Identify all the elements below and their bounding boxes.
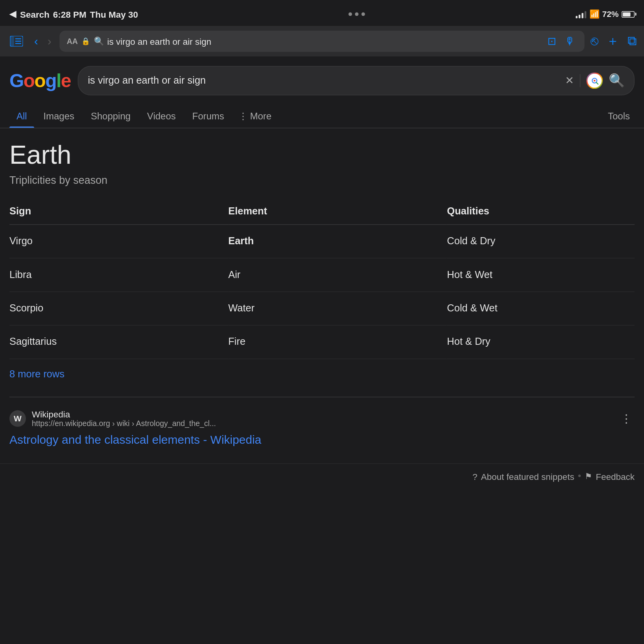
cell-sign-scorpio: Scorpio [9,292,228,325]
google-logo: Google [9,70,71,91]
text-size-button[interactable]: AA [67,37,78,46]
more-label: More [250,111,272,122]
search-bar[interactable]: is virgo an earth or air sign ✕ 🔍 [78,66,635,95]
signal-bar-2 [579,15,580,18]
result-site-name: Wikipedia [32,409,612,419]
search-result-wikipedia: W Wikipedia https://en.wikipedia.org › w… [9,397,635,454]
feedback-icon: ⚑ [585,472,592,481]
table-row: Sagittarius Fire Hot & Dry [9,325,635,359]
reader-mode-button[interactable]: ⊡ [545,35,558,48]
share-button[interactable]: ⎋ [591,33,598,49]
google-lens-button[interactable] [586,72,603,89]
more-rows-link[interactable]: 8 more rows [9,368,64,380]
bottom-bar: ? About featured snippets • ⚑ Feedback [0,463,644,493]
featured-snippet: Earth Triplicities by season Sign Elemen… [9,128,635,392]
result-source-info: Wikipedia https://en.wikipedia.org › wik… [32,409,612,428]
dot-separator: • [578,471,581,481]
table-row: Virgo Earth Cold & Dry [9,225,635,258]
cell-element-libra: Air [228,258,447,291]
cell-sign-libra: Libra [9,258,228,291]
result-favicon: W [9,410,26,427]
col-header-sign: Sign [9,198,228,225]
tab-more[interactable]: ⋮ More [234,105,276,128]
tab-images[interactable]: Images [37,105,82,128]
dot-1 [349,12,352,16]
search-icon-url: 🔍 [94,37,104,46]
back-arrow-icon: ◀ [9,9,16,19]
url-bar[interactable]: AA 🔒 🔍 is virgo an earth or air sign ⊡ 🎙 [60,31,585,52]
google-content: Google is virgo an earth or air sign ✕ 🔍… [0,57,644,454]
wifi-icon: 📶 [589,9,599,19]
snippet-subtitle: Triplicities by season [9,174,635,187]
status-center [349,12,365,16]
browser-toolbar: ‹ › AA 🔒 🔍 is virgo an earth or air sign… [0,26,644,57]
svg-rect-1 [10,36,14,46]
sidebar-toggle-button[interactable] [7,32,26,51]
triplicities-table: Sign Element Qualities Virgo Earth Cold … [9,198,635,359]
forward-button[interactable]: › [45,32,54,50]
tab-videos[interactable]: Videos [140,105,183,128]
divider [580,74,580,87]
cell-qualities-virgo: Cold & Dry [447,225,635,258]
signal-bar-4 [585,11,586,18]
status-left: ◀ Search 6:28 PM Thu May 30 [9,9,138,19]
search-tabs: All Images Shopping Videos Forums ⋮ More… [0,105,644,128]
tab-all[interactable]: All [9,105,34,128]
status-right: 📶 72% [576,9,635,19]
tab-shopping[interactable]: Shopping [84,105,137,128]
cell-qualities-scorpio: Cold & Wet [447,292,635,325]
cell-element-sagittarius: Fire [228,325,447,359]
status-time: 6:28 PM [53,9,86,19]
microphone-button[interactable]: 🎙 [562,35,578,47]
tab-forums[interactable]: Forums [185,105,231,128]
feedback-button[interactable]: ⚑ Feedback [585,471,635,481]
lock-icon: 🔒 [81,37,90,45]
search-submit-button[interactable]: 🔍 [609,73,624,88]
about-snippets-text: About featured snippets [481,471,574,481]
col-header-element: Element [228,198,447,225]
about-snippets: ? About featured snippets [472,471,574,481]
url-text: is virgo an earth or air sign [107,36,542,46]
cell-qualities-libra: Hot & Wet [447,258,635,291]
svg-line-7 [596,82,598,84]
status-date: Thu May 30 [90,9,138,19]
nav-buttons: ‹ › [32,32,54,50]
dot-3 [362,12,365,16]
cell-sign-sagittarius: Sagittarius [9,325,228,359]
signal-bar-1 [576,16,577,18]
toolbar-actions: ⎋ ＋ ⧉ [591,32,637,50]
search-input[interactable]: is virgo an earth or air sign [88,75,559,86]
clear-search-button[interactable]: ✕ [565,74,574,87]
signal-bars-icon [576,10,586,18]
svg-point-6 [594,80,595,81]
cell-sign-virgo: Virgo [9,225,228,258]
result-source: W Wikipedia https://en.wikipedia.org › w… [9,409,635,428]
battery-icon [622,11,635,17]
battery-fill [623,12,630,16]
cell-element-scorpio: Water [228,292,447,325]
status-bar: ◀ Search 6:28 PM Thu May 30 📶 72% [0,0,644,26]
cell-element-virgo: Earth [228,225,447,258]
question-icon: ? [472,471,478,481]
app-name: Search [20,9,49,19]
tabs-button[interactable]: ⧉ [628,33,637,49]
result-url: https://en.wikipedia.org › wiki › Astrol… [32,419,612,428]
more-dots-icon: ⋮ [238,111,248,122]
google-header: Google is virgo an earth or air sign ✕ 🔍 [9,66,635,95]
dot-2 [355,12,359,16]
signal-bar-3 [582,13,583,18]
col-header-qualities: Qualities [447,198,635,225]
back-button[interactable]: ‹ [32,32,40,50]
result-title-link[interactable]: Astrology and the classical elements - W… [9,432,635,448]
tab-tools[interactable]: Tools [603,105,635,128]
feedback-label: Feedback [596,471,635,481]
table-row: Scorpio Water Cold & Wet [9,292,635,325]
snippet-title: Earth [9,140,635,170]
battery-percentage: 72% [602,9,619,19]
cell-qualities-sagittarius: Hot & Dry [447,325,635,359]
result-more-button[interactable]: ⋮ [618,409,635,428]
new-tab-button[interactable]: ＋ [606,32,619,50]
table-row: Libra Air Hot & Wet [9,258,635,291]
